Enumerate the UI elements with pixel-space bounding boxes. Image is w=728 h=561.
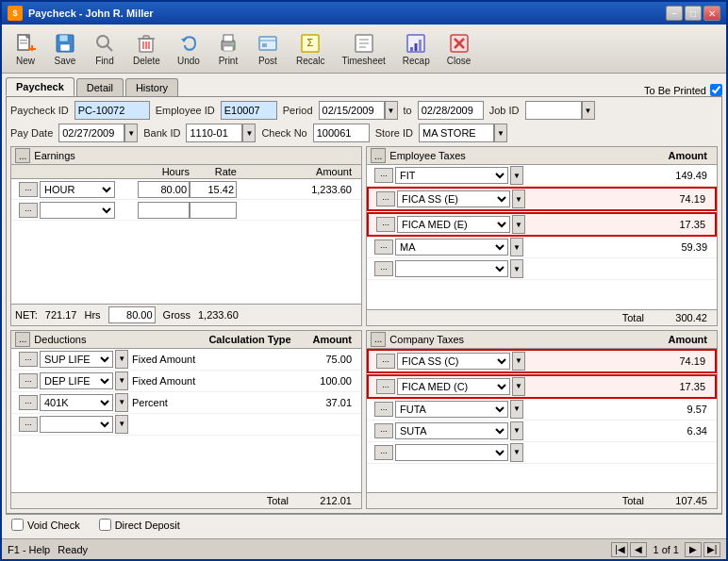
co-tax-row-2-dropdown[interactable]: ▼	[510, 400, 523, 419]
period-from-dropdown[interactable]: ▼	[385, 101, 398, 120]
bank-id-input[interactable]	[186, 124, 242, 142]
print-button[interactable]: Print	[210, 29, 246, 69]
company-taxes-menu-button[interactable]: ...	[371, 332, 386, 347]
ded-row-3-dropdown[interactable]: ▼	[115, 415, 128, 434]
emp-tax-row-4-select[interactable]	[395, 260, 508, 277]
emp-tax-row-4-dropdown[interactable]: ▼	[510, 259, 523, 278]
nav-first-button[interactable]: |◀	[611, 542, 628, 557]
earnings-row-0-rate[interactable]	[190, 181, 237, 198]
co-tax-row-4-select[interactable]	[395, 444, 508, 461]
hrs-input[interactable]	[108, 306, 156, 323]
co-tax-row-0-dropdown[interactable]: ▼	[512, 352, 525, 371]
co-tax-row-2-menu[interactable]: ···	[374, 402, 393, 417]
co-tax-row-3-select[interactable]: SUTA	[395, 422, 508, 439]
emp-tax-row-0-select[interactable]: FIT	[395, 167, 508, 184]
ded-row-2-dropdown[interactable]: ▼	[115, 393, 128, 412]
tab-paycheck[interactable]: Paycheck	[6, 77, 74, 96]
employee-taxes-menu-button[interactable]: ...	[371, 148, 386, 163]
ded-row-1-menu[interactable]: ···	[19, 373, 38, 388]
ded-row-0-menu[interactable]: ···	[19, 352, 38, 367]
ded-row-3-menu[interactable]: ···	[19, 417, 38, 432]
emp-tax-row-3-dropdown[interactable]: ▼	[510, 238, 523, 256]
paycheck-id-input[interactable]	[74, 101, 150, 120]
earnings-row-0-menu[interactable]: ···	[19, 182, 38, 197]
ded-row-3-select[interactable]	[40, 416, 113, 433]
ded-row-1-select[interactable]: DEP LIFE	[40, 372, 113, 389]
minimize-button[interactable]: −	[666, 6, 683, 21]
deductions-menu-button[interactable]: ...	[15, 332, 30, 347]
save-label: Save	[55, 56, 76, 66]
recap-button[interactable]: Recap	[396, 29, 437, 69]
recalc-button[interactable]: Σ Recalc	[290, 29, 332, 69]
earnings-row-0-hours[interactable]	[138, 181, 190, 198]
earnings-row-1-rate[interactable]	[190, 202, 237, 219]
earnings-col-amount: Amount	[237, 166, 357, 177]
earnings-row-1-hours[interactable]	[138, 202, 190, 219]
co-tax-row-3-dropdown[interactable]: ▼	[510, 421, 523, 440]
new-button[interactable]: New	[8, 29, 43, 69]
emp-tax-row-1-select[interactable]: FICA SS (E)	[397, 190, 510, 207]
close-button[interactable]: Close	[440, 29, 478, 69]
co-tax-row-0-menu[interactable]: ···	[376, 354, 395, 369]
earnings-menu-button[interactable]: ...	[15, 148, 30, 163]
co-tax-row-1-select[interactable]: FICA MED (C)	[397, 378, 510, 395]
emp-tax-row-3-select[interactable]: MA	[395, 239, 508, 256]
tab-history[interactable]: History	[125, 78, 178, 96]
emp-tax-row-3-menu[interactable]: ···	[374, 239, 393, 255]
check-no-input[interactable]	[313, 124, 370, 142]
emp-tax-row-0-menu[interactable]: ···	[374, 168, 393, 183]
direct-deposit-checkbox[interactable]	[99, 519, 111, 531]
company-taxes-col-amount: Amount	[668, 334, 713, 345]
emp-tax-row-1-dropdown[interactable]: ▼	[512, 190, 525, 208]
co-tax-row-1-dropdown[interactable]: ▼	[512, 377, 525, 396]
earnings-row-1-menu[interactable]: ···	[19, 203, 38, 218]
delete-button[interactable]: Delete	[126, 29, 167, 69]
emp-tax-row-2-menu[interactable]: ···	[376, 217, 395, 232]
ded-total-row: Total 212.01	[11, 492, 361, 508]
tab-detail[interactable]: Detail	[76, 78, 124, 96]
co-tax-row-0-select[interactable]: FICA SS (C)	[397, 353, 510, 370]
emp-tax-row-4-menu[interactable]: ···	[374, 261, 393, 276]
find-button[interactable]: Find	[87, 29, 123, 69]
toolbar: New Save Find Delete Undo	[2, 25, 726, 74]
ded-row-1-dropdown[interactable]: ▼	[115, 371, 128, 390]
ded-row-2-select[interactable]: 401K	[40, 394, 113, 411]
bank-id-dropdown[interactable]: ▼	[242, 124, 256, 142]
timesheet-button[interactable]: Timesheet	[335, 29, 391, 69]
emp-tax-row-2-select[interactable]: FICA MED (E)	[397, 216, 510, 233]
pay-date-input[interactable]	[58, 124, 124, 142]
emp-tax-row-1-menu[interactable]: ···	[376, 191, 395, 206]
co-tax-row-4-dropdown[interactable]: ▼	[510, 443, 523, 462]
nav-next-button[interactable]: ▶	[685, 542, 702, 557]
close-window-button[interactable]: ✕	[703, 6, 720, 21]
ded-row-2-amount: 37.01	[296, 397, 357, 408]
period-to-input[interactable]	[418, 101, 484, 120]
pay-date-dropdown[interactable]: ▼	[124, 124, 138, 142]
job-id-dropdown[interactable]: ▼	[582, 101, 595, 120]
period-from-input[interactable]	[319, 101, 385, 120]
save-button[interactable]: Save	[47, 29, 83, 69]
nav-prev-button[interactable]: ◀	[630, 542, 647, 557]
nav-last-button[interactable]: ▶|	[703, 542, 720, 557]
store-id-dropdown[interactable]: ▼	[494, 124, 507, 142]
to-be-printed-checkbox[interactable]	[710, 84, 722, 96]
earnings-row-1-select[interactable]	[40, 202, 115, 219]
undo-button[interactable]: Undo	[171, 29, 207, 69]
store-id-input[interactable]	[419, 124, 494, 142]
co-tax-row-4-menu[interactable]: ···	[374, 445, 393, 460]
ded-row-2-menu[interactable]: ···	[19, 395, 38, 410]
emp-tax-row-0-dropdown[interactable]: ▼	[510, 166, 523, 185]
earnings-row-0-select[interactable]: HOUR	[40, 181, 115, 198]
void-check-checkbox[interactable]	[11, 519, 24, 531]
co-tax-row-2-select[interactable]: FUTA	[395, 401, 508, 418]
co-tax-row-3-menu[interactable]: ···	[374, 423, 393, 438]
maximize-button[interactable]: □	[685, 6, 702, 21]
ded-row-0-dropdown[interactable]: ▼	[115, 350, 128, 369]
co-tax-row-1-menu[interactable]: ···	[376, 379, 395, 394]
emp-tax-row-2-dropdown[interactable]: ▼	[512, 215, 525, 234]
employee-id-input[interactable]	[221, 101, 277, 120]
ded-row-0-select[interactable]: SUP LIFE	[40, 351, 113, 368]
job-id-input[interactable]	[525, 101, 582, 120]
post-button[interactable]: Post	[250, 29, 286, 69]
timesheet-label: Timesheet	[341, 56, 385, 66]
